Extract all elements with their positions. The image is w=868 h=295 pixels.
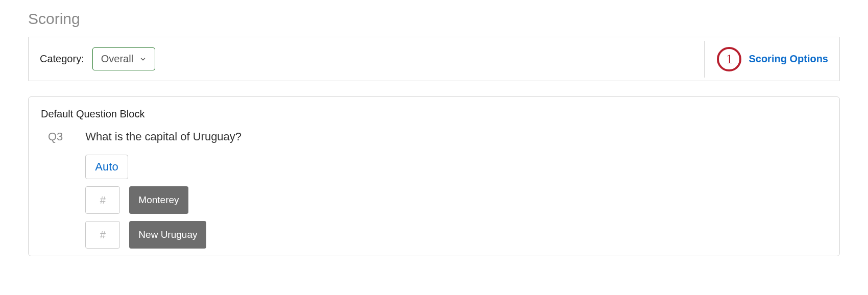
question-id: Q3 — [48, 130, 63, 143]
scoring-options-link[interactable]: Scoring Options — [749, 53, 828, 65]
block-title: Default Question Block — [41, 108, 827, 120]
callout-badge: 1 — [717, 47, 741, 71]
category-label: Category: — [40, 53, 84, 65]
answer-chip[interactable]: New Uruguay — [129, 221, 206, 249]
answer-row: New Uruguay — [85, 221, 827, 249]
answer-row: Monterey — [85, 186, 827, 214]
chevron-down-icon — [139, 56, 147, 63]
auto-button[interactable]: Auto — [85, 155, 128, 179]
score-input[interactable] — [85, 186, 120, 214]
category-bar: Category: Overall 1 Scoring Options — [28, 37, 840, 81]
question-text: What is the capital of Uruguay? — [85, 130, 827, 143]
score-input[interactable] — [85, 221, 120, 249]
question-row: Q3 What is the capital of Uruguay? Auto … — [48, 130, 827, 256]
category-right: 1 Scoring Options — [704, 41, 829, 78]
answer-chip[interactable]: Monterey — [129, 186, 188, 214]
question-block: Default Question Block Q3 What is the ca… — [28, 96, 840, 256]
question-body: What is the capital of Uruguay? Auto Mon… — [85, 130, 827, 256]
category-select[interactable]: Overall — [92, 47, 155, 70]
category-selected-value: Overall — [101, 53, 133, 65]
page-title: Scoring — [28, 10, 840, 28]
category-left: Category: Overall — [40, 47, 155, 70]
